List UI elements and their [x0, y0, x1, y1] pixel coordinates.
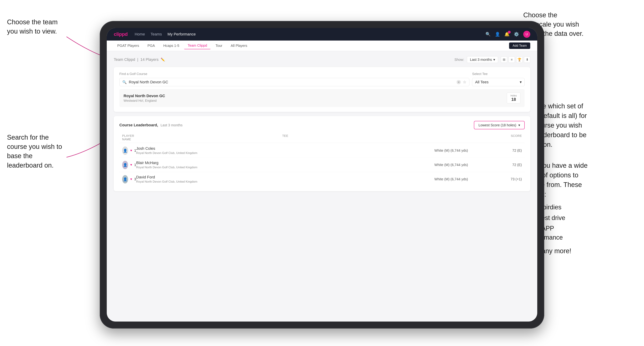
show-controls: Show: Last 3 months ▾ ⊞ ≡ 🏆 ⬇ [454, 56, 530, 63]
table-header: PLAYER NAME TEE SCORE [119, 133, 525, 143]
player-name-1: Josh Coles [136, 146, 434, 151]
clear-search-button[interactable]: × [456, 80, 461, 84]
trophy-view-button[interactable]: 🏆 [516, 56, 522, 63]
select-tee-label: Select Tee [472, 72, 525, 76]
ipad-screen: clippd Home Teams My Performance 🔍 👤 🔔 ⚙… [107, 28, 537, 322]
player-club-3: Royal North Devon Golf Club, United King… [136, 180, 434, 183]
col-player: PLAYER NAME [122, 134, 136, 141]
tee-select-dropdown[interactable]: All Tees ▾ [472, 78, 525, 86]
holes-value: 18 [511, 97, 516, 102]
nav-links: Home Teams My Performance [134, 32, 196, 36]
top-nav: clippd Home Teams My Performance 🔍 👤 🔔 ⚙… [107, 28, 537, 40]
player-tee-2: White (M) (6,744 yds) [434, 163, 487, 167]
player-avatar-1: 👤 [122, 147, 128, 155]
player-tee-1: White (M) (6,744 yds) [434, 149, 487, 153]
chevron-down-icon: ▾ [493, 57, 495, 62]
favorite-icon[interactable]: ☆ [463, 80, 466, 84]
sub-nav-tour[interactable]: Tour [212, 42, 226, 49]
leaderboard-header: Course Leaderboard, Last 3 months Lowest… [119, 121, 525, 129]
grid-view-button[interactable]: ⊞ [501, 56, 507, 63]
show-label: Show: [454, 58, 464, 62]
nav-my-performance[interactable]: My Performance [168, 32, 196, 36]
course-name: Royal North Devon GC [124, 94, 165, 98]
sub-nav-pgat[interactable]: PGAT Players [114, 42, 142, 49]
player-avatar-2: 👤 [122, 161, 128, 169]
settings-icon[interactable]: ⚙️ [514, 32, 519, 37]
player-rank-1: 👤 ♥ 1 [122, 147, 136, 155]
tee-chevron-icon: ▾ [520, 80, 522, 84]
player-club-2: Royal North Devon Golf Club, United King… [136, 166, 434, 169]
player-info-2: Blair McHarg Royal North Devon Golf Club… [136, 161, 434, 169]
leaderboard-panel: Course Leaderboard, Last 3 months Lowest… [114, 116, 530, 191]
profile-icon[interactable]: 👤 [495, 32, 500, 37]
player-info-1: Josh Coles Royal North Devon Golf Club, … [136, 146, 434, 155]
search-icon: 🔍 [122, 80, 127, 84]
sub-nav-all-players[interactable]: All Players [227, 42, 250, 49]
rank-2: 1 [134, 163, 136, 167]
leaderboard-table: PLAYER NAME TEE SCORE 👤 ♥ 1 Josh [119, 133, 525, 186]
team-header: Team Clippd | 14 Players ✏️ Show: Last 3… [114, 56, 530, 63]
logo: clippd [114, 31, 128, 37]
course-search-wrapper[interactable]: 🔍 × ☆ [119, 78, 469, 86]
player-info-3: David Ford Royal North Devon Golf Club, … [136, 175, 434, 183]
nav-right: 🔍 👤 🔔 ⚙️ U [486, 31, 530, 38]
player-score-3: 73 (+1) [487, 177, 522, 181]
table-row: 👤 ♥ 1 Blair McHarg Royal North Devon Gol… [119, 158, 525, 172]
team-name: Team Clippd [114, 57, 135, 62]
main-content: Team Clippd | 14 Players ✏️ Show: Last 3… [107, 51, 537, 196]
period-value: Last 3 months [470, 58, 492, 62]
period-select[interactable]: Last 3 months ▾ [467, 56, 498, 63]
holes-label: Holes [510, 94, 517, 97]
annotation-top-left: Choose the team you wish to view. [7, 17, 66, 36]
search-row: 🔍 × ☆ All Tees ▾ [119, 78, 525, 86]
list-view-button[interactable]: ≡ [508, 56, 515, 63]
table-row: 👤 ♥ 1 Josh Coles Royal North Devon Golf … [119, 144, 525, 158]
player-rank-2: 👤 ♥ 1 [122, 161, 136, 169]
search-panel-labels: Find a Golf Course Select Tee [119, 72, 525, 76]
col-score: SCORE [487, 134, 522, 141]
player-club-1: Royal North Devon Golf Club, United King… [136, 151, 434, 155]
holes-badge: Holes 18 [507, 93, 520, 103]
course-result-info: Royal North Devon GC Westward Ho!, Engla… [124, 94, 165, 103]
nav-teams[interactable]: Teams [150, 32, 162, 36]
ipad-frame: clippd Home Teams My Performance 🔍 👤 🔔 ⚙… [100, 21, 544, 329]
sub-nav-team-clippd[interactable]: Team Clippd [184, 42, 210, 49]
annotation-middle-left: Search for the course you wish to base t… [7, 133, 66, 170]
sub-nav: PGAT Players PGA Hcaps 1-5 Team Clippd T… [107, 40, 537, 51]
tee-value: All Tees [475, 80, 488, 84]
search-panel: Find a Golf Course Select Tee 🔍 × ☆ All … [114, 67, 530, 112]
add-team-button[interactable]: Add Team [509, 42, 530, 49]
nav-home[interactable]: Home [134, 32, 145, 36]
player-rank-3: 👤 ♥ 3 [122, 175, 136, 183]
heart-icon-3: ♥ [130, 177, 132, 181]
search-icon[interactable]: 🔍 [486, 32, 491, 37]
download-button[interactable]: ⬇ [524, 56, 530, 63]
rank-3: 3 [134, 177, 136, 181]
score-type-value: Lowest Score (18 holes) [478, 123, 516, 127]
notification-bell[interactable]: 🔔 [504, 32, 510, 37]
sub-nav-hcaps[interactable]: Hcaps 1-5 [160, 42, 183, 49]
heart-icon-2: ♥ [130, 163, 132, 167]
team-title-area: Team Clippd | 14 Players ✏️ [114, 57, 165, 62]
col-tee: TEE [136, 134, 434, 141]
score-type-select[interactable]: Lowest Score (18 holes) ▾ [474, 121, 525, 129]
sub-nav-pga[interactable]: PGA [144, 42, 158, 49]
course-search-input[interactable] [129, 80, 454, 84]
player-score-2: 72 (E) [487, 163, 522, 167]
course-location: Westward Ho!, England [124, 99, 165, 103]
leaderboard-title: Course Leaderboard, Last 3 months [119, 123, 182, 127]
user-avatar[interactable]: U [523, 31, 530, 38]
find-course-label: Find a Golf Course [119, 72, 465, 76]
view-icons: ⊞ ≡ 🏆 ⬇ [501, 56, 530, 63]
score-chevron-icon: ▾ [518, 123, 520, 127]
course-result[interactable]: Royal North Devon GC Westward Ho!, Engla… [119, 89, 525, 107]
player-count: | [137, 57, 138, 62]
player-name-3: David Ford [136, 175, 434, 179]
player-tee-3: White (M) (6,744 yds) [434, 177, 487, 181]
player-avatar-3: 👤 [122, 175, 128, 183]
edit-icon[interactable]: ✏️ [161, 57, 165, 62]
heart-icon-1: ♥ [130, 149, 132, 152]
table-row: 👤 ♥ 3 David Ford Royal North Devon Golf … [119, 172, 525, 186]
player-score-1: 72 (E) [487, 149, 522, 153]
player-name-2: Blair McHarg [136, 161, 434, 165]
